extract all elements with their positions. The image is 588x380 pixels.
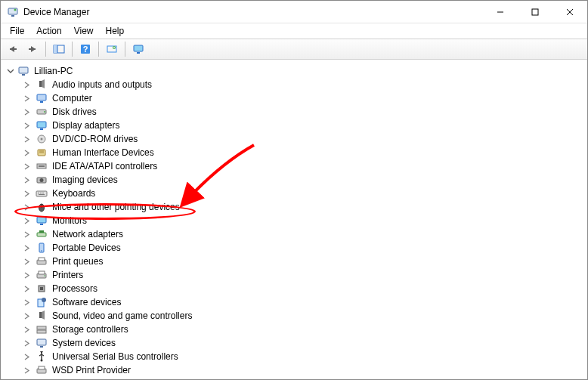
expand-icon[interactable] — [23, 258, 32, 265]
expand-icon[interactable] — [23, 190, 32, 197]
expand-icon[interactable] — [23, 231, 32, 238]
tree-node[interactable]: Sound, video and game controllers — [2, 309, 587, 323]
tree-node[interactable]: Storage controllers — [2, 323, 587, 336]
app-icon — [7, 6, 19, 18]
tree-node[interactable]: Audio inputs and outputs — [2, 78, 587, 91]
tree-node-label: Monitors — [51, 215, 88, 227]
tree-node-label: Disk drives — [51, 106, 98, 118]
svg-rect-7 — [10, 48, 17, 50]
tree-node[interactable]: Software devices — [2, 295, 587, 309]
tree-node[interactable]: Imaging devices — [2, 173, 587, 187]
scan-hardware-button[interactable] — [103, 41, 121, 57]
expand-icon[interactable] — [23, 272, 32, 279]
tree-node[interactable]: Monitors — [2, 214, 587, 227]
expand-icon[interactable] — [23, 313, 32, 320]
tree-node-label: IDE ATA/ATAPI controllers — [51, 160, 159, 172]
help-button[interactable]: ? — [76, 41, 94, 57]
expand-icon[interactable] — [23, 136, 32, 143]
svg-rect-22 — [40, 101, 43, 103]
system-icon — [36, 337, 48, 349]
computer-icon — [36, 92, 48, 104]
monitor-button[interactable] — [129, 41, 147, 57]
imaging-icon — [36, 174, 48, 186]
tree-node[interactable]: Mice and other pointing devices — [2, 200, 587, 214]
minimize-button[interactable] — [483, 1, 518, 23]
expand-icon[interactable] — [23, 204, 32, 211]
svg-point-48 — [41, 250, 42, 252]
wsd-icon — [36, 364, 48, 376]
expand-icon[interactable] — [23, 326, 32, 333]
svg-rect-60 — [37, 330, 46, 333]
tree-node[interactable]: Human Interface Devices — [2, 146, 587, 159]
tree-node[interactable]: WSD Print Provider — [2, 363, 587, 377]
svg-rect-62 — [40, 346, 43, 348]
computer-icon — [17, 65, 29, 77]
tree-node[interactable]: Keyboards — [2, 187, 587, 200]
svg-point-63 — [41, 360, 43, 362]
collapse-icon[interactable] — [7, 68, 16, 75]
toolbar-separator — [125, 42, 125, 57]
expand-icon[interactable] — [23, 109, 32, 116]
tree-node-label: Sound, video and game controllers — [51, 310, 193, 322]
svg-rect-25 — [37, 122, 46, 128]
tree-node[interactable]: Network adapters — [2, 227, 587, 241]
svg-rect-44 — [40, 224, 43, 225]
menu-file[interactable]: File — [4, 24, 30, 38]
forward-button[interactable] — [23, 41, 42, 57]
expand-icon[interactable] — [23, 286, 32, 292]
expand-icon[interactable] — [23, 354, 32, 360]
tree-node-label: Print queues — [51, 255, 104, 267]
svg-rect-16 — [134, 45, 143, 51]
tree-node[interactable]: Display adapters — [2, 119, 587, 132]
menu-view[interactable]: View — [68, 24, 100, 38]
portable-icon — [36, 242, 48, 254]
expand-icon[interactable] — [23, 177, 32, 184]
tree-node[interactable]: Universal Serial Bus controllers — [2, 350, 587, 363]
tree-node[interactable]: Print queues — [2, 255, 587, 268]
expand-icon[interactable] — [23, 367, 32, 374]
back-button[interactable] — [4, 41, 22, 57]
menu-action[interactable]: Action — [30, 24, 67, 38]
tree-node[interactable]: Processors — [2, 282, 587, 295]
maximize-button[interactable] — [518, 1, 552, 23]
expand-icon[interactable] — [23, 163, 32, 170]
close-button[interactable] — [552, 1, 587, 23]
expand-icon[interactable] — [23, 82, 32, 88]
display-icon — [36, 119, 48, 131]
tree-node[interactable]: DVD/CD-ROM drives — [2, 132, 587, 146]
device-tree[interactable]: Lillian-PC Audio inputs and outputsCompu… — [1, 60, 587, 379]
expand-icon[interactable] — [23, 150, 32, 156]
svg-point-57 — [42, 298, 46, 302]
svg-rect-19 — [22, 74, 25, 76]
svg-rect-55 — [40, 287, 43, 290]
tree-node[interactable]: System devices — [2, 336, 587, 350]
tree-node-label: Imaging devices — [51, 174, 119, 186]
expand-icon[interactable] — [23, 122, 32, 129]
tree-node[interactable]: Computer — [2, 91, 587, 105]
sound-icon — [36, 310, 48, 322]
expand-icon[interactable] — [23, 95, 32, 102]
software-icon — [36, 296, 48, 308]
show-hide-tree-button[interactable] — [50, 41, 68, 57]
tree-node[interactable]: Disk drives — [2, 105, 587, 119]
menu-help[interactable]: Help — [100, 24, 131, 38]
svg-rect-38 — [40, 193, 42, 193]
svg-rect-43 — [37, 217, 46, 223]
tree-node-label: Network adapters — [51, 228, 125, 240]
usb-icon — [36, 351, 48, 363]
printqueue-icon — [36, 255, 48, 267]
tree-node[interactable]: IDE ATA/ATAPI controllers — [2, 159, 587, 173]
expand-icon[interactable] — [23, 245, 32, 252]
svg-rect-65 — [39, 366, 45, 369]
svg-rect-8 — [29, 48, 36, 50]
expand-icon[interactable] — [23, 299, 32, 306]
tree-node[interactable]: Portable Devices — [2, 241, 587, 255]
tree-node[interactable]: Printers — [2, 268, 587, 282]
expand-icon[interactable] — [23, 340, 32, 347]
svg-rect-26 — [40, 128, 43, 130]
svg-rect-18 — [19, 67, 28, 73]
toolbar-separator — [98, 42, 99, 57]
monitor-icon — [36, 215, 48, 227]
tree-root[interactable]: Lillian-PC — [2, 64, 587, 78]
expand-icon[interactable] — [23, 218, 32, 224]
